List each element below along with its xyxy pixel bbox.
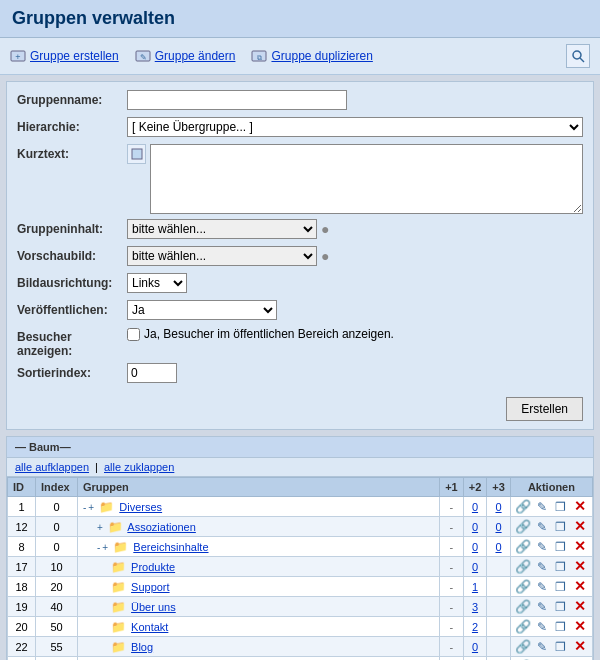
action-delete-icon[interactable]: ✕: [573, 559, 587, 573]
cell-v1: -: [440, 637, 464, 657]
table-row: 1 0 -+ 📁 Diverses - 0 0 🔗 ✎ ❐ ✕: [8, 497, 593, 517]
action-delete-icon[interactable]: ✕: [573, 619, 587, 633]
kurztext-row: Kurztext:: [17, 144, 583, 214]
tree-collapse-icon[interactable]: -: [83, 502, 86, 513]
edit-group-label: Gruppe ändern: [155, 49, 236, 63]
kurztext-textarea[interactable]: [150, 144, 583, 214]
veroeffentlichen-select[interactable]: Ja: [127, 300, 277, 320]
action-copy-icon[interactable]: ❐: [554, 580, 568, 594]
group-link[interactable]: Assoziationen: [127, 521, 196, 533]
tree-expand-icon[interactable]: +: [97, 522, 103, 533]
action-link-icon[interactable]: 🔗: [516, 620, 530, 634]
vorschaubild-select[interactable]: bitte wählen...: [127, 246, 317, 266]
folder-icon: 📁: [111, 640, 126, 654]
action-edit-icon[interactable]: ✎: [535, 520, 549, 534]
cell-index: 55: [36, 637, 78, 657]
edit-group-button[interactable]: ✎ Gruppe ändern: [135, 48, 236, 64]
action-edit-icon[interactable]: ✎: [535, 640, 549, 654]
cell-index: 40: [36, 597, 78, 617]
cell-v2: 0: [463, 497, 487, 517]
search-button[interactable]: [566, 44, 590, 68]
tree-collapse-icon[interactable]: -: [97, 542, 100, 553]
svg-text:✎: ✎: [139, 53, 146, 62]
expand-all-link[interactable]: alle aufklappen: [15, 461, 89, 473]
cell-actions: 🔗 ✎ ❐ ✕: [510, 617, 592, 637]
group-link[interactable]: Diverses: [119, 501, 162, 513]
svg-line-7: [580, 58, 584, 62]
folder-icon: 📁: [111, 560, 126, 574]
action-link-icon[interactable]: 🔗: [516, 560, 530, 574]
action-copy-icon[interactable]: ❐: [554, 560, 568, 574]
gruppeninhalt-row: Gruppeninhalt: bitte wählen... ●: [17, 219, 583, 241]
bildausrichtung-control: Links: [127, 273, 583, 293]
create-group-icon: +: [10, 48, 26, 64]
action-delete-icon[interactable]: ✕: [573, 539, 587, 553]
action-delete-icon[interactable]: ✕: [573, 579, 587, 593]
col-v3: +3: [487, 478, 511, 497]
action-copy-icon[interactable]: ❐: [554, 500, 568, 514]
svg-text:⧉: ⧉: [257, 54, 262, 61]
gruppeninhalt-select[interactable]: bitte wählen...: [127, 219, 317, 239]
action-copy-icon[interactable]: ❐: [554, 520, 568, 534]
gruppeninhalt-label: Gruppeninhalt:: [17, 219, 127, 236]
bildausrichtung-select[interactable]: Links: [127, 273, 187, 293]
kurztext-toolbar-btn[interactable]: [127, 144, 146, 164]
gruppenname-input[interactable]: [127, 90, 347, 110]
cell-label: + 📁 Assoziationen: [78, 517, 440, 537]
action-copy-icon[interactable]: ❐: [554, 620, 568, 634]
action-copy-icon[interactable]: ❐: [554, 640, 568, 654]
collapse-all-link[interactable]: alle zuklappen: [104, 461, 174, 473]
cell-actions: 🔗 ✎ ❐ ✕: [510, 597, 592, 617]
create-group-button[interactable]: + Gruppe erstellen: [10, 48, 119, 64]
cell-id: 1: [8, 497, 36, 517]
cell-id: 18: [8, 577, 36, 597]
action-link-icon[interactable]: 🔗: [516, 500, 530, 514]
cell-v3: [487, 597, 511, 617]
group-link[interactable]: Support: [131, 581, 170, 593]
create-button[interactable]: Erstellen: [506, 397, 583, 421]
cell-label: 📁 Über uns: [78, 597, 440, 617]
col-gruppen: Gruppen: [78, 478, 440, 497]
tree-expand-icon[interactable]: +: [88, 502, 94, 513]
action-link-icon[interactable]: 🔗: [516, 580, 530, 594]
action-link-icon[interactable]: 🔗: [516, 520, 530, 534]
gruppeninhalt-control: bitte wählen... ●: [127, 219, 583, 239]
action-edit-icon[interactable]: ✎: [535, 580, 549, 594]
action-link-icon[interactable]: 🔗: [516, 640, 530, 654]
duplicate-group-button[interactable]: ⧉ Gruppe duplizieren: [251, 48, 372, 64]
besucher-control: Ja, Besucher im öffentlichen Bereich anz…: [127, 327, 583, 341]
folder-icon: 📁: [111, 600, 126, 614]
group-link[interactable]: Bereichsinhalte: [133, 541, 208, 553]
action-edit-icon[interactable]: ✎: [535, 620, 549, 634]
gruppenname-control: [127, 90, 583, 110]
action-copy-icon[interactable]: ❐: [554, 540, 568, 554]
action-delete-icon[interactable]: ✕: [573, 499, 587, 513]
vorschaubild-label: Vorschaubild:: [17, 246, 127, 263]
cell-actions: 🔗 ✎ ❐ ✕: [510, 537, 592, 557]
action-edit-icon[interactable]: ✎: [535, 560, 549, 574]
action-edit-icon[interactable]: ✎: [535, 500, 549, 514]
group-link[interactable]: Über uns: [131, 601, 176, 613]
action-link-icon[interactable]: 🔗: [516, 600, 530, 614]
action-delete-icon[interactable]: ✕: [573, 519, 587, 533]
tree-expand-icon[interactable]: +: [102, 542, 108, 553]
besucher-checkbox[interactable]: [127, 328, 140, 341]
cell-label: -+ 📁 Bereichsinhalte: [78, 537, 440, 557]
cell-v2: 4: [463, 657, 487, 661]
group-link[interactable]: Produkte: [131, 561, 175, 573]
sortierindex-input[interactable]: [127, 363, 177, 383]
action-delete-icon[interactable]: ✕: [573, 639, 587, 653]
cell-label: -+ 📁 Diverses: [78, 497, 440, 517]
action-link-icon[interactable]: 🔗: [516, 540, 530, 554]
bildausrichtung-row: Bildausrichtung: Links: [17, 273, 583, 295]
cell-label: 📁 Startseite/Navigation/Formular: [78, 657, 440, 661]
action-delete-icon[interactable]: ✕: [573, 599, 587, 613]
tree-table: ID Index Gruppen +1 +2 +3 Aktionen 1 0 -…: [7, 477, 593, 660]
action-edit-icon[interactable]: ✎: [535, 600, 549, 614]
hierarchie-select[interactable]: [ Keine Übergruppe... ]: [127, 117, 583, 137]
duplicate-group-icon: ⧉: [251, 48, 267, 64]
group-link[interactable]: Kontakt: [131, 621, 168, 633]
group-link[interactable]: Blog: [131, 641, 153, 653]
action-copy-icon[interactable]: ❐: [554, 600, 568, 614]
action-edit-icon[interactable]: ✎: [535, 540, 549, 554]
